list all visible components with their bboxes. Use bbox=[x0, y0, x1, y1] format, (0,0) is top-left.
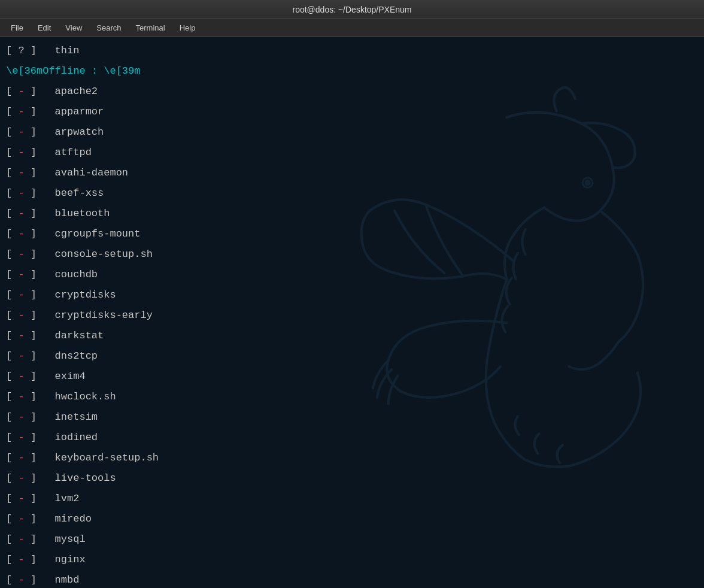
service-list: [ - ] apache2[ - ] apparmor[ - ] arpwatc… bbox=[6, 81, 698, 588]
service-line: [ - ] miredo bbox=[6, 509, 698, 529]
menu-bar: File Edit View Search Terminal Help bbox=[0, 19, 704, 37]
service-line: [ - ] cgroupfs-mount bbox=[6, 224, 698, 244]
terminal-content: [ ? ] thin \e[36mOffline : \e[39m [ - ] … bbox=[0, 37, 704, 588]
service-line: [ - ] apache2 bbox=[6, 81, 698, 102]
menu-view[interactable]: View bbox=[59, 21, 88, 35]
service-line: [ - ] couchdb bbox=[6, 265, 698, 285]
service-line: [ - ] nginx bbox=[6, 550, 698, 570]
service-line: [ - ] exim4 bbox=[6, 366, 698, 387]
menu-search[interactable]: Search bbox=[90, 21, 127, 35]
service-line: [ - ] darkstat bbox=[6, 326, 698, 346]
service-line: [ - ] cryptdisks bbox=[6, 285, 698, 305]
service-line: [ - ] console-setup.sh bbox=[6, 244, 698, 265]
service-line: [ - ] dns2tcp bbox=[6, 346, 698, 366]
offline-line: \e[36mOffline : \e[39m bbox=[6, 61, 698, 81]
service-line: [ - ] inetsim bbox=[6, 407, 698, 428]
service-line: [ - ] avahi-daemon bbox=[6, 163, 698, 183]
service-line: [ - ] cryptdisks-early bbox=[6, 305, 698, 326]
service-line: [ - ] atftpd bbox=[6, 143, 698, 163]
service-line: [ - ] arpwatch bbox=[6, 122, 698, 143]
menu-help[interactable]: Help bbox=[174, 21, 202, 35]
title-bar: root@ddos: ~/Desktop/PXEnum bbox=[0, 0, 704, 19]
service-line: [ - ] apparmor bbox=[6, 102, 698, 122]
menu-terminal[interactable]: Terminal bbox=[130, 21, 171, 35]
service-line: [ - ] lvm2 bbox=[6, 489, 698, 509]
service-line: [ - ] hwclock.sh bbox=[6, 387, 698, 407]
menu-file[interactable]: File bbox=[5, 21, 29, 35]
service-line: [ - ] keyboard-setup.sh bbox=[6, 448, 698, 468]
menu-edit[interactable]: Edit bbox=[32, 21, 57, 35]
service-line: [ - ] bluetooth bbox=[6, 204, 698, 224]
service-line: [ - ] live-tools bbox=[6, 468, 698, 489]
first-line: [ ? ] thin bbox=[6, 41, 698, 61]
service-line: [ - ] nmbd bbox=[6, 570, 698, 588]
service-line: [ - ] mysql bbox=[6, 529, 698, 550]
window-title: root@ddos: ~/Desktop/PXEnum bbox=[292, 5, 411, 14]
service-line: [ - ] iodined bbox=[6, 428, 698, 448]
service-line: [ - ] beef-xss bbox=[6, 183, 698, 204]
